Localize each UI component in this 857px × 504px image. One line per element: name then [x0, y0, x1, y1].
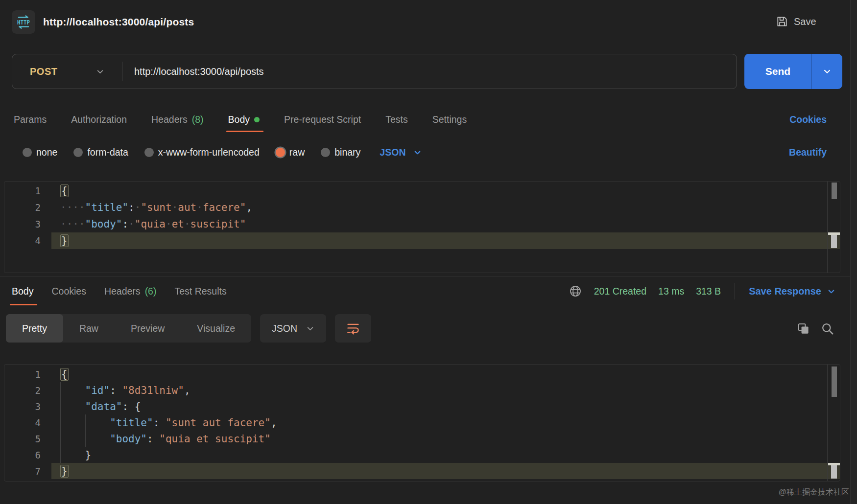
line-number: 1	[4, 183, 51, 199]
body-mode-binary[interactable]: binary	[321, 147, 360, 158]
scrollbar-thumb[interactable]	[832, 367, 837, 397]
send-chevron-down-icon	[823, 67, 832, 76]
response-tab-cookies[interactable]: Cookies	[51, 277, 86, 305]
request-tab-tests[interactable]: Tests	[385, 107, 408, 132]
wrap-lines-button[interactable]	[335, 314, 371, 343]
request-tab-settings[interactable]: Settings	[432, 107, 467, 132]
code-text[interactable]: }	[51, 232, 840, 249]
response-status-bar: 201 Created 13 ms 313 B Save Response	[569, 277, 835, 305]
code-text[interactable]: {	[51, 366, 840, 382]
copy-response-button[interactable]	[797, 322, 810, 335]
code-text[interactable]: ····"body":·"quia·et·suscipit"	[51, 216, 840, 232]
response-view-visualize[interactable]: Visualize	[181, 314, 251, 343]
response-tab-headers[interactable]: Headers(6)	[104, 277, 157, 305]
response-tab-test-results[interactable]: Test Results	[174, 277, 226, 305]
code-line-4: 4}	[4, 232, 840, 249]
tab-label: Headers	[104, 286, 141, 297]
tab-label: Body	[12, 286, 33, 297]
body-mode-label: form-data	[87, 147, 128, 158]
tab-count: (6)	[145, 286, 157, 297]
method-chevron-down-icon	[96, 68, 104, 76]
status-divider	[735, 283, 735, 299]
request-tab-pre-request-script[interactable]: Pre-request Script	[284, 107, 361, 132]
right-sidebar-edge	[850, 0, 857, 504]
body-mode-none[interactable]: none	[23, 147, 57, 158]
body-mode-label: raw	[289, 147, 305, 158]
request-tab-params[interactable]: Params	[14, 107, 47, 132]
save-button[interactable]: Save	[776, 0, 816, 43]
code-text[interactable]: ····"title":·"sunt·aut·facere",	[51, 199, 840, 216]
save-response-chevron-down-icon	[827, 287, 835, 296]
save-response-button[interactable]: Save Response	[749, 286, 835, 297]
url-bar: POST	[12, 54, 737, 89]
code-text[interactable]: "data": {	[51, 398, 840, 414]
url-input[interactable]	[122, 66, 737, 77]
binary-radio-icon	[321, 148, 330, 157]
save-label: Save	[794, 16, 816, 27]
page-title: http://localhost:3000/api/posts	[43, 0, 194, 44]
request-editor-overview-ruler	[827, 182, 840, 273]
response-editor-lines: 1{2 "id": "8d31lniw",3 "data": {4 "title…	[4, 365, 840, 479]
response-size[interactable]: 313 B	[696, 286, 721, 297]
response-editor-overview-ruler	[827, 365, 840, 481]
indent-guide	[60, 447, 61, 463]
indent-guide	[85, 431, 86, 447]
response-section-divider	[0, 276, 850, 276]
tab-label: Authorization	[71, 114, 127, 125]
search-response-button[interactable]	[821, 322, 834, 335]
body-mode-x-www-form-urlencoded[interactable]: x-www-form-urlencoded	[144, 147, 260, 158]
cookies-link[interactable]: Cookies	[789, 107, 827, 132]
request-tab-body[interactable]: Body	[228, 107, 260, 132]
code-text[interactable]: "body": "quia et suscipit"	[51, 431, 840, 447]
response-view-preview[interactable]: Preview	[115, 314, 181, 343]
indent-guide	[60, 414, 61, 431]
x-www-form-urlencoded-radio-icon	[144, 148, 154, 157]
response-view-pretty[interactable]: Pretty	[6, 314, 63, 343]
line-number: 3	[4, 216, 51, 232]
method-select[interactable]: POST	[12, 54, 122, 89]
code-line-7: 7}	[4, 463, 840, 479]
beautify-link[interactable]: Beautify	[789, 141, 827, 163]
line-number: 1	[4, 366, 51, 382]
response-language-select[interactable]: JSON	[260, 314, 326, 343]
response-actions	[797, 314, 834, 343]
indent-guide	[60, 431, 61, 447]
indent-guide	[60, 398, 61, 414]
code-text[interactable]: }	[51, 447, 840, 463]
line-number: 6	[4, 447, 51, 463]
response-view-raw[interactable]: Raw	[63, 314, 115, 343]
body-mode-raw[interactable]: raw	[276, 147, 305, 158]
body-mode-label: x-www-form-urlencoded	[158, 147, 260, 158]
response-body-editor[interactable]: 1{2 "id": "8d31lniw",3 "data": {4 "title…	[4, 364, 840, 481]
tab-label: Tests	[385, 114, 408, 125]
wrap-text-icon	[346, 321, 360, 335]
code-line-1: 1{	[4, 366, 840, 382]
send-button[interactable]: Send	[744, 54, 812, 89]
response-tab-body[interactable]: Body	[12, 277, 33, 305]
cursor-position-marker-stem	[831, 465, 837, 479]
send-options-button[interactable]	[812, 54, 842, 89]
cursor-position-marker-stem	[831, 235, 837, 248]
svg-text:HTTP: HTTP	[17, 19, 30, 26]
code-text[interactable]: {	[51, 183, 840, 199]
globe-icon	[569, 284, 582, 298]
tab-label: Body	[228, 114, 250, 125]
status-code[interactable]: 201 Created	[594, 286, 646, 297]
response-time[interactable]: 13 ms	[658, 286, 684, 297]
form-data-radio-icon	[73, 148, 83, 157]
request-tab-authorization[interactable]: Authorization	[71, 107, 127, 132]
none-radio-icon	[23, 148, 32, 157]
scrollbar-thumb[interactable]	[832, 183, 837, 199]
request-tab-headers[interactable]: Headers(8)	[151, 107, 204, 132]
request-body-editor[interactable]: 1{2····"title":·"sunt·aut·facere",3····"…	[4, 181, 840, 273]
response-language-chevron-down-icon	[306, 324, 314, 333]
body-mode-form-data[interactable]: form-data	[73, 147, 128, 158]
code-line-5: 5 "body": "quia et suscipit"	[4, 431, 840, 447]
code-text[interactable]: "id": "8d31lniw",	[51, 382, 840, 398]
response-tabs: BodyCookiesHeaders(6)Test Results	[12, 277, 227, 305]
line-number: 5	[4, 431, 51, 447]
line-number: 4	[4, 232, 51, 249]
code-text[interactable]: "title": "sunt aut facere",	[51, 414, 840, 431]
request-language-select[interactable]: JSON	[380, 147, 422, 158]
code-text[interactable]: }	[51, 463, 840, 479]
